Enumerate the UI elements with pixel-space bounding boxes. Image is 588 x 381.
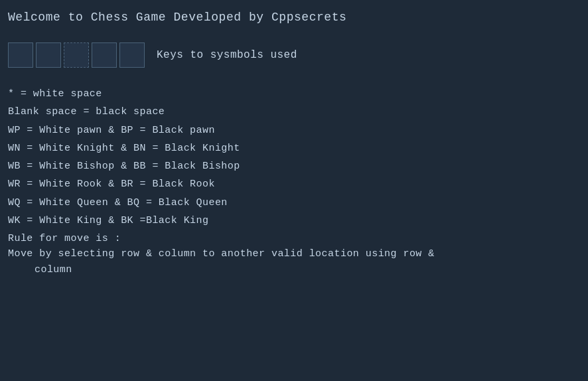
- piece-box-2: [36, 42, 61, 68]
- legend-line-7: WQ = White Queen & BQ = Black Queen: [8, 195, 580, 210]
- piece-box-5: [119, 42, 145, 68]
- piece-box-3: [64, 42, 89, 68]
- rule-heading: Rule for move is :: [8, 231, 580, 246]
- legend-line-1: * = white space: [8, 86, 580, 102]
- page-title: Welcome to Chess Game Developed by Cppse…: [8, 11, 580, 24]
- piece-box-4: [92, 42, 117, 68]
- keys-label: Keys to sysmbols used: [157, 49, 297, 61]
- legend-line-5: WB = White Bishop & BB = Black Bishop: [8, 159, 580, 174]
- legend-line-4: WN = White Knight & BN = Black Knight: [8, 141, 580, 156]
- pieces-preview: [8, 42, 145, 68]
- legend-line-3: WP = White pawn & BP = Black pawn: [8, 123, 580, 138]
- rule-section: Rule for move is : Move by selecting row…: [8, 231, 580, 277]
- legend-line-8: WK = White King & BK =Black King: [8, 213, 580, 228]
- legend-line-2: Blank space = black space: [8, 104, 580, 119]
- legend-section: * = white space Blank space = black spac…: [8, 86, 580, 228]
- legend-line-6: WR = White Rook & BR = Black Rook: [8, 177, 580, 192]
- rule-line-2: column: [8, 262, 580, 277]
- rule-line-1: Move by selecting row & column to anothe…: [8, 246, 580, 262]
- keys-section: Keys to sysmbols used: [8, 42, 580, 68]
- piece-box-1: [8, 42, 33, 68]
- app-container: Welcome to Chess Game Developed by Cppse…: [8, 11, 580, 277]
